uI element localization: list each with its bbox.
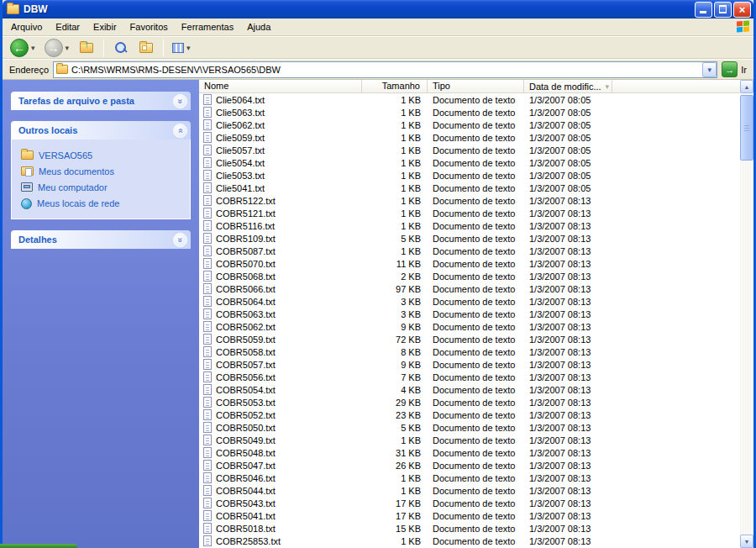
table-row[interactable]: COBR5087.txt 1 KB Documento de texto 1/3…	[199, 245, 740, 257]
table-row[interactable]: COBR5062.txt 9 KB Documento de texto 1/3…	[199, 320, 740, 333]
table-row[interactable]: COBR5116.txt 1 KB Documento de texto 1/3…	[199, 219, 740, 232]
menu-item[interactable]: Ferramentas	[175, 20, 240, 34]
table-row[interactable]: COBR5041.txt 17 KB Documento de texto 1/…	[199, 509, 740, 522]
table-row[interactable]: Clie5057.txt 1 KB Documento de texto 1/3…	[199, 144, 740, 156]
sidebar-item[interactable]: Meus locais de rede	[21, 195, 185, 211]
minimize-button[interactable]	[695, 2, 712, 18]
menu-item[interactable]: Exibir	[87, 20, 123, 34]
table-row[interactable]: COBR5109.txt 5 KB Documento de texto 1/3…	[199, 232, 740, 245]
file-name: COBR5048.txt	[216, 448, 276, 458]
restore-button[interactable]	[714, 2, 732, 18]
table-row[interactable]: COBR5043.txt 17 KB Documento de texto 1/…	[199, 497, 740, 509]
folders-button[interactable]	[135, 38, 157, 58]
table-row[interactable]: COBR5044.txt 1 KB Documento de texto 1/3…	[199, 484, 740, 497]
table-row[interactable]: Clie5059.txt 1 KB Documento de texto 1/3…	[199, 131, 740, 144]
table-row[interactable]: COBR5070.txt 11 KB Documento de texto 1/…	[199, 257, 740, 270]
table-row[interactable]: COBR5018.txt 15 KB Documento de texto 1/…	[199, 522, 740, 535]
forward-icon: →	[45, 39, 63, 57]
text-document-icon	[203, 371, 212, 382]
sidebar-item[interactable]: VERSAO565	[21, 147, 185, 163]
back-button[interactable]: ← ▾	[8, 38, 39, 58]
table-row[interactable]: COBR5064.txt 3 KB Documento de texto 1/3…	[199, 295, 740, 308]
file-date: 1/3/2007 08:13	[524, 335, 612, 345]
table-row[interactable]: COBR5122.txt 1 KB Documento de texto 1/3…	[199, 194, 740, 207]
views-button[interactable]: ▾	[170, 38, 194, 58]
file-date: 1/3/2007 08:13	[524, 448, 612, 458]
search-button[interactable]	[110, 38, 132, 58]
table-row[interactable]: COBR5053.txt 29 KB Documento de texto 1/…	[199, 396, 740, 408]
vertical-scrollbar[interactable]: ▲ ▼	[740, 80, 753, 548]
file-type: Documento de texto	[428, 158, 524, 168]
menu-item[interactable]: Arquivo	[4, 20, 49, 34]
up-folder-icon: ↑	[80, 43, 93, 53]
file-type: Documento de texto	[428, 335, 524, 345]
expand-button[interactable]: »	[173, 233, 187, 247]
up-button[interactable]: ↑	[76, 38, 97, 58]
table-row[interactable]: COBR5066.txt 97 KB Documento de texto 1/…	[199, 282, 740, 295]
scroll-up-button[interactable]: ▲	[740, 80, 753, 93]
text-document-icon	[203, 157, 212, 168]
sidebar-item[interactable]: Meus documentos	[21, 163, 185, 179]
file-date: 1/3/2007 08:13	[524, 196, 612, 206]
table-row[interactable]: Clie5054.txt 1 KB Documento de texto 1/3…	[199, 156, 740, 169]
panel-header-details[interactable]: Detalhes »	[11, 230, 191, 249]
panel-header-other-places[interactable]: Outros locais »	[11, 121, 191, 140]
file-date: 1/3/2007 08:13	[524, 473, 612, 483]
expand-button[interactable]: »	[173, 94, 187, 108]
title-bar[interactable]: DBW ×	[3, 0, 753, 18]
table-row[interactable]: COBR5054.txt 4 KB Documento de texto 1/3…	[199, 383, 740, 396]
sidebar-item-label: Meu computador	[38, 182, 108, 192]
address-dropdown-button[interactable]: ▾	[702, 62, 717, 77]
table-row[interactable]: Clie5053.txt 1 KB Documento de texto 1/3…	[199, 169, 740, 182]
table-row[interactable]: Clie5062.txt 1 KB Documento de texto 1/3…	[199, 119, 740, 131]
go-button[interactable]: → Ir	[722, 61, 748, 77]
table-row[interactable]: Clie5064.txt 1 KB Documento de texto 1/3…	[199, 93, 740, 106]
panel-file-tasks: Tarefas de arquivo e pasta »	[11, 92, 191, 110]
table-row[interactable]: COBR5052.txt 23 KB Documento de texto 1/…	[199, 408, 740, 421]
file-name: COBR5087.txt	[216, 246, 276, 256]
table-row[interactable]: COBR5121.txt 1 KB Documento de texto 1/3…	[199, 207, 740, 219]
table-row[interactable]: COBR5056.txt 7 KB Documento de texto 1/3…	[199, 371, 740, 383]
panel-header-file-tasks[interactable]: Tarefas de arquivo e pasta »	[11, 92, 191, 110]
address-bar: Endereço C:\RMS\WRMS\RMS-DESENV\VERSAO56…	[3, 59, 753, 80]
table-row[interactable]: COBR5046.txt 1 KB Documento de texto 1/3…	[199, 472, 740, 484]
address-input[interactable]: C:\RMS\WRMS\RMS-DESENV\VERSAO565\DBW ▾	[53, 61, 717, 78]
taskbar-start-sliver[interactable]	[0, 544, 77, 548]
forward-button[interactable]: → ▾	[42, 38, 73, 58]
table-row[interactable]: COBR5058.txt 8 KB Documento de texto 1/3…	[199, 345, 740, 358]
file-name: COBR5054.txt	[216, 385, 276, 395]
table-row[interactable]: Clie5041.txt 1 KB Documento de texto 1/3…	[199, 182, 740, 194]
close-button[interactable]: ×	[733, 2, 751, 18]
collapse-button[interactable]: »	[173, 124, 187, 138]
file-date: 1/3/2007 08:13	[524, 524, 612, 534]
table-row[interactable]: COBR5047.txt 26 KB Documento de texto 1/…	[199, 459, 740, 472]
menu-item[interactable]: Ajuda	[240, 20, 277, 34]
sidebar-item[interactable]: Meu computador	[21, 179, 185, 195]
menu-item[interactable]: Editar	[49, 20, 87, 34]
table-row[interactable]: COBR25853.txt 1 KB Documento de texto 1/…	[199, 535, 740, 547]
table-row[interactable]: COBR5057.txt 9 KB Documento de texto 1/3…	[199, 358, 740, 371]
table-row[interactable]: COBR5048.txt 31 KB Documento de texto 1/…	[199, 446, 740, 459]
column-header-size[interactable]: Tamanho	[362, 80, 428, 92]
scrollbar-track[interactable]	[740, 93, 753, 535]
table-row[interactable]: COBR5068.txt 2 KB Documento de texto 1/3…	[199, 270, 740, 282]
table-row[interactable]: COBR5063.txt 3 KB Documento de texto 1/3…	[199, 308, 740, 320]
column-header-type[interactable]: Tipo	[428, 80, 524, 92]
table-row[interactable]: Clie5063.txt 1 KB Documento de texto 1/3…	[199, 106, 740, 119]
text-document-icon	[203, 535, 212, 546]
column-header-date[interactable]: Data de modific... ▾	[524, 80, 612, 92]
text-document-icon	[203, 397, 212, 408]
scrollbar-thumb[interactable]	[740, 95, 753, 161]
file-date: 1/3/2007 08:13	[524, 347, 612, 357]
file-name: COBR5062.txt	[216, 322, 276, 332]
table-row[interactable]: COBR5049.txt 1 KB Documento de texto 1/3…	[199, 434, 740, 446]
file-date: 1/3/2007 08:05	[524, 158, 612, 168]
table-row[interactable]: COBR5059.txt 72 KB Documento de texto 1/…	[199, 333, 740, 345]
scroll-down-button[interactable]: ▼	[740, 535, 753, 548]
menu-item[interactable]: Favoritos	[123, 20, 175, 34]
close-icon: ×	[739, 3, 746, 16]
search-icon	[114, 41, 128, 55]
file-type: Documento de texto	[428, 398, 524, 408]
column-header-name[interactable]: Nome	[199, 80, 362, 92]
table-row[interactable]: COBR5050.txt 5 KB Documento de texto 1/3…	[199, 421, 740, 434]
